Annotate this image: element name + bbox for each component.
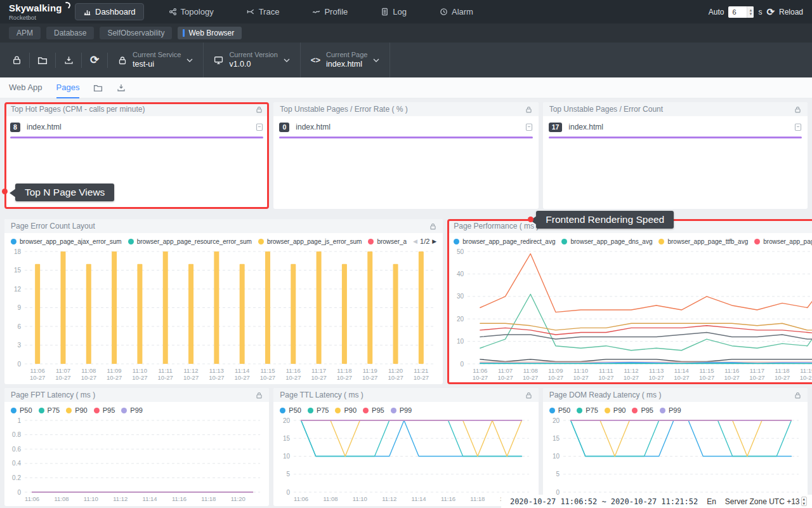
folder-icon[interactable]	[93, 83, 103, 93]
nav-item-alarm[interactable]: Alarm	[431, 3, 481, 20]
group-web-browser[interactable]: Web Browser	[178, 27, 242, 39]
svg-text:11:12: 11:12	[624, 367, 639, 374]
page-tabs: Web App Pages	[0, 77, 812, 98]
auto-interval-value: 6	[728, 8, 747, 16]
nav-item-log[interactable]: Log	[372, 3, 415, 20]
dashboard-group-nav: APM Database SelfObservability Web Brows…	[0, 23, 812, 43]
card-header: Page FPT Latency ( ms )	[4, 388, 269, 402]
legend-item[interactable]: P75	[577, 406, 598, 414]
legend-dot-icon	[280, 408, 285, 413]
nav-item-profile[interactable]: Profile	[304, 3, 356, 20]
reload-icon[interactable]: ⟳	[766, 6, 775, 18]
log-icon	[381, 8, 389, 16]
legend-item[interactable]: P99	[391, 406, 412, 414]
copy-icon[interactable]	[256, 123, 263, 131]
legend-item[interactable]: browser_a	[368, 238, 407, 245]
list-item: 17 index.html	[543, 117, 808, 137]
annotation-tooltip: Frontend Rendering Speed	[536, 211, 674, 229]
stepper-icon[interactable]: ▲▼	[747, 6, 754, 18]
refresh-icon[interactable]: ⟳	[82, 43, 107, 77]
group-apm[interactable]: APM	[9, 27, 41, 39]
copy-icon[interactable]	[525, 123, 533, 131]
group-database[interactable]: Database	[46, 27, 94, 39]
legend-item[interactable]: P50	[280, 406, 301, 414]
legend-page-number: 1/2	[420, 237, 429, 245]
page-selector[interactable]: <> Current Page index.html	[301, 43, 390, 77]
legend-label: P99	[400, 406, 412, 414]
lock-icon[interactable]	[256, 106, 263, 113]
legend-label: P95	[372, 406, 384, 414]
legend-label: P95	[641, 406, 653, 414]
svg-text:0: 0	[287, 489, 291, 496]
folder-icon[interactable]	[30, 43, 55, 77]
page-dom-ready-latency-chart[interactable]: 0510152011:0611:0811:1011:1211:1411:1611…	[543, 415, 808, 506]
legend-item[interactable]: browser_app_page_js_error_sum	[258, 238, 362, 245]
legend-label: P50	[289, 406, 301, 414]
page-fpt-latency-chart[interactable]: 00.20.40.60.8111:0611:0811:1011:1211:141…	[4, 415, 269, 506]
selector-label: Current Page	[326, 51, 367, 60]
svg-text:10-27: 10-27	[800, 374, 812, 381]
copy-icon[interactable]	[794, 123, 802, 131]
chart-legend: browser_app_page_ajax_error_sumbrowser_a…	[4, 233, 443, 246]
legend-item[interactable]: P90	[66, 406, 88, 414]
lock-icon[interactable]	[794, 106, 801, 113]
service-selector[interactable]: Current Service test-ui	[108, 43, 203, 77]
stepper-icon[interactable]: ▲▼	[801, 497, 807, 505]
legend-item[interactable]: P75	[308, 406, 329, 414]
svg-text:11:09: 11:09	[549, 367, 563, 374]
page-performance-chart[interactable]: 0102030405011:0610-2711:0710-2711:0810-2…	[447, 246, 812, 384]
card-top-unstable-error-count: Top Unstable Pages / Error Count 17 inde…	[543, 102, 808, 209]
legend-item[interactable]: P90	[605, 406, 626, 414]
tab-web-app[interactable]: Web App	[9, 77, 43, 98]
legend-item[interactable]: P95	[94, 406, 115, 414]
lock-icon[interactable]	[4, 43, 29, 77]
auto-interval-input[interactable]: 6 ▲▼	[728, 6, 754, 18]
tab-pages[interactable]: Pages	[56, 77, 80, 98]
nav-item-dashboard[interactable]: Dashboard	[75, 3, 144, 20]
legend-prev-icon[interactable]: ◀	[413, 238, 417, 244]
app-logo[interactable]: Skywalking Rocketbot	[9, 3, 67, 21]
nav-item-topology[interactable]: Topology	[160, 3, 222, 20]
legend-item[interactable]: browser_app_page_resource_error_sum	[128, 238, 252, 245]
reload-button[interactable]: Reload	[779, 8, 803, 17]
time-range-picker[interactable]: 2020-10-27 11:06:52 ~ 2020-10-27 11:21:5…	[510, 497, 698, 506]
legend-item[interactable]: P99	[660, 406, 681, 414]
download-icon[interactable]	[56, 43, 81, 77]
value-badge: 8	[10, 123, 20, 132]
group-selfobservability[interactable]: SelfObservability	[100, 27, 172, 39]
legend-item[interactable]: browser_app_page_dns_avg	[561, 238, 652, 245]
legend-dot-icon	[754, 239, 760, 244]
svg-text:10-27: 10-27	[311, 374, 326, 381]
download-icon[interactable]	[117, 83, 126, 92]
legend-dot-icon	[308, 408, 313, 413]
legend-item[interactable]: P95	[632, 406, 653, 414]
lock-icon[interactable]	[794, 392, 801, 399]
legend-item[interactable]: browser_app_page_ttfb_avg	[658, 238, 748, 245]
language-selector[interactable]: En	[707, 497, 716, 506]
version-selector[interactable]: Current Version v1.0.0	[204, 43, 299, 77]
svg-text:10-27: 10-27	[132, 374, 147, 381]
legend-item[interactable]: P50	[549, 406, 571, 414]
svg-text:11:08: 11:08	[523, 367, 538, 374]
legend-item[interactable]: browser_app_page_ajax_error_sum	[11, 238, 122, 245]
lock-icon[interactable]	[429, 223, 436, 230]
page-error-count-chart[interactable]: 036912151811:0610-2711:0710-2711:0810-27…	[4, 246, 443, 384]
nav-item-trace[interactable]: Trace	[239, 3, 288, 20]
legend-item[interactable]: P99	[121, 406, 143, 414]
legend-item[interactable]: P90	[335, 406, 357, 414]
svg-text:10-27: 10-27	[473, 374, 488, 381]
legend-item[interactable]: P95	[363, 406, 384, 414]
legend-label: P50	[20, 406, 32, 414]
lock-icon[interactable]	[525, 106, 532, 113]
legend-item[interactable]: browser_app_page_tcp_avg	[754, 238, 812, 245]
svg-text:11:13: 11:13	[649, 367, 664, 374]
lock-icon[interactable]	[256, 392, 263, 399]
svg-text:15: 15	[283, 435, 291, 442]
svg-text:11:19: 11:19	[800, 367, 812, 374]
legend-item[interactable]: P50	[11, 406, 32, 414]
legend-item[interactable]: P75	[39, 406, 60, 414]
legend-item[interactable]: browser_app_page_redirect_avg	[454, 238, 555, 245]
lock-icon[interactable]	[525, 392, 532, 399]
legend-next-icon[interactable]: ▶	[432, 238, 436, 244]
page-ttl-latency-chart[interactable]: 0510152011:0611:0811:1011:1211:1411:1611…	[273, 415, 538, 506]
